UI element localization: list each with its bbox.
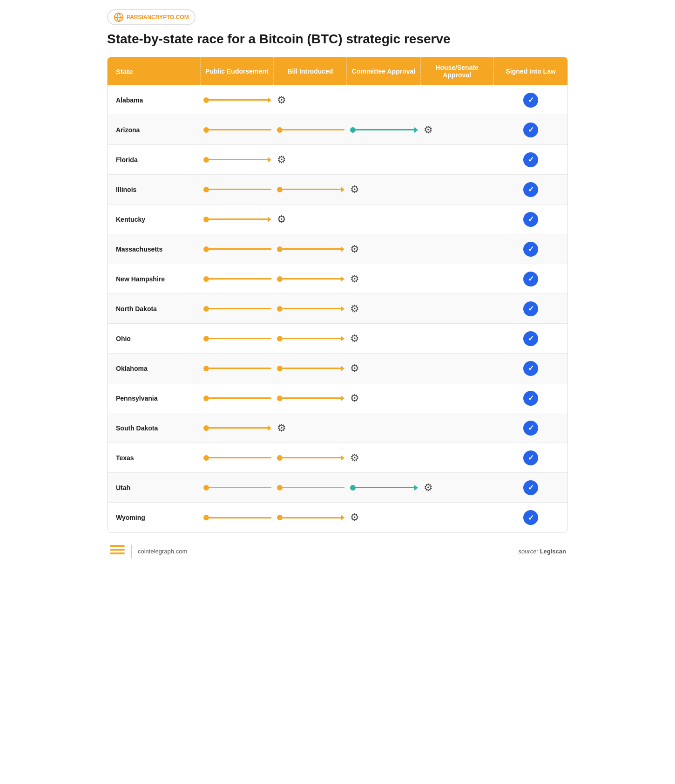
header-state: State [108, 57, 201, 85]
cell-public-endorsement [201, 354, 274, 383]
check-circle: ✓ [523, 331, 538, 346]
state-name: Utah [108, 473, 201, 502]
header-signed-into-law: Signed Into Law [494, 57, 567, 85]
table-row: Alabama ⚙ ✓ [108, 85, 567, 115]
state-name: Texas [108, 443, 201, 472]
cell-house-senate-approval [421, 85, 494, 115]
table-row: New Hampshire ⚙ ✓ [108, 264, 567, 294]
state-name: New Hampshire [108, 264, 201, 293]
state-name: Pennsylvania [108, 383, 201, 413]
header-public-endorsement: Public Eudorsement [201, 57, 274, 85]
cell-bill-introduced [274, 503, 348, 532]
svg-rect-3 [110, 552, 125, 554]
cell-signed: ✓ [494, 115, 567, 144]
cell-committee-approval: ⚙ [347, 294, 421, 323]
state-name: Florida [108, 145, 201, 174]
main-table: State Public Eudorsement Bill Introduced… [107, 57, 568, 533]
cell-public-endorsement [201, 383, 274, 413]
cell-committee-approval [347, 85, 421, 115]
state-name: South Dakota [108, 413, 201, 443]
globe-icon [114, 12, 124, 22]
cell-public-endorsement [201, 264, 274, 293]
cointelegraph-icon [109, 541, 126, 561]
cell-signed: ✓ [494, 473, 567, 502]
cell-public-endorsement [201, 145, 274, 174]
check-circle: ✓ [523, 510, 538, 525]
cell-bill-introduced: ⚙ [274, 413, 348, 443]
check-circle: ✓ [523, 123, 538, 137]
state-name: Illinois [108, 175, 201, 204]
table-row: Texas ⚙ ✓ [108, 443, 567, 473]
table-row: South Dakota ⚙ ✓ [108, 413, 567, 443]
cell-bill-introduced [274, 473, 348, 502]
cell-house-senate-approval [421, 324, 494, 353]
table-row: Massachusetts ⚙ ✓ [108, 234, 567, 264]
cell-committee-approval: ⚙ [347, 175, 421, 204]
state-name: Arizona [108, 115, 201, 144]
logo-badge: PARSIANCRYPTO.COM [107, 9, 196, 25]
cell-signed: ✓ [494, 294, 567, 323]
table-row: Kentucky ⚙ ✓ [108, 205, 567, 234]
cell-bill-introduced [274, 234, 348, 264]
state-name: Wyoming [108, 503, 201, 532]
cell-signed: ✓ [494, 85, 567, 115]
cell-committee-approval: ⚙ [347, 443, 421, 472]
cell-committee-approval: ⚙ [347, 383, 421, 413]
table-row: Florida ⚙ ✓ [108, 145, 567, 175]
cell-signed: ✓ [494, 234, 567, 264]
cell-public-endorsement [201, 503, 274, 532]
cell-signed: ✓ [494, 413, 567, 443]
cell-bill-introduced [274, 115, 348, 144]
cell-bill-introduced [274, 264, 348, 293]
check-circle: ✓ [523, 361, 538, 376]
cell-house-senate-approval [421, 145, 494, 174]
check-circle: ✓ [523, 391, 538, 406]
cell-signed: ✓ [494, 383, 567, 413]
svg-rect-1 [110, 545, 125, 547]
check-circle: ✓ [523, 450, 538, 465]
footer: cointelegraph.com source: Legiscan [107, 541, 568, 561]
footer-site: cointelegraph.com [138, 548, 187, 555]
table-row: Ohio ⚙ ✓ [108, 324, 567, 354]
cell-public-endorsement [201, 234, 274, 264]
cell-signed: ✓ [494, 503, 567, 532]
cell-bill-introduced [274, 443, 348, 472]
header-bill-introduced: Bill Introduced [274, 57, 348, 85]
cell-signed: ✓ [494, 324, 567, 353]
table-header: State Public Eudorsement Bill Introduced… [108, 57, 567, 85]
cell-public-endorsement [201, 443, 274, 472]
cell-bill-introduced [274, 175, 348, 204]
state-name: Ohio [108, 324, 201, 353]
state-name: Oklahoma [108, 354, 201, 383]
check-circle: ✓ [523, 301, 538, 316]
cell-public-endorsement [201, 115, 274, 144]
cell-house-senate-approval [421, 443, 494, 472]
cell-committee-approval: ⚙ [347, 503, 421, 532]
cell-house-senate-approval [421, 383, 494, 413]
cell-bill-introduced [274, 354, 348, 383]
cell-committee-approval: ⚙ [347, 264, 421, 293]
cell-public-endorsement [201, 205, 274, 234]
state-name: Massachusetts [108, 234, 201, 264]
footer-source: source: Legiscan [518, 548, 566, 555]
cell-public-endorsement [201, 85, 274, 115]
check-circle: ✓ [523, 212, 538, 227]
table-row: Utah ⚙ ✓ [108, 473, 567, 503]
state-name: Alabama [108, 85, 201, 115]
cell-committee-approval: ⚙ [347, 354, 421, 383]
cell-house-senate-approval: ⚙ [421, 115, 494, 144]
cell-signed: ✓ [494, 205, 567, 234]
table-row: Oklahoma ⚙ ✓ [108, 354, 567, 383]
cell-public-endorsement [201, 294, 274, 323]
cell-signed: ✓ [494, 145, 567, 174]
cell-house-senate-approval [421, 294, 494, 323]
cell-committee-approval: ⚙ [347, 324, 421, 353]
cell-house-senate-approval [421, 234, 494, 264]
check-circle: ✓ [523, 93, 538, 108]
cell-committee-approval [347, 145, 421, 174]
cell-bill-introduced [274, 324, 348, 353]
cell-bill-introduced [274, 383, 348, 413]
cell-bill-introduced: ⚙ [274, 145, 348, 174]
check-circle: ✓ [523, 182, 538, 197]
svg-rect-2 [110, 549, 125, 551]
